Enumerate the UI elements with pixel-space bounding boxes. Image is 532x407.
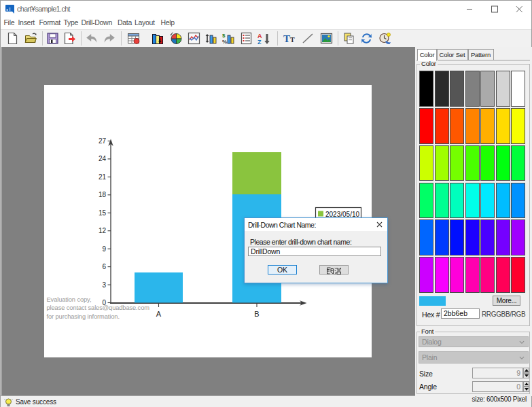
svg-text:3: 3 bbox=[102, 281, 106, 289]
svg-text:24: 24 bbox=[99, 155, 107, 162]
svg-text:9: 9 bbox=[102, 245, 106, 253]
svg-text:27: 27 bbox=[99, 137, 107, 145]
svg-text:2023/05/10: 2023/05/10 bbox=[325, 211, 359, 218]
svg-text:15: 15 bbox=[99, 209, 107, 217]
svg-text:Evaluation copy,: Evaluation copy, bbox=[47, 296, 92, 303]
svg-text:6: 6 bbox=[102, 263, 106, 270]
svg-text:12: 12 bbox=[99, 227, 107, 234]
svg-text:for purchasing information.: for purchasing information. bbox=[47, 313, 120, 320]
svg-text:18: 18 bbox=[99, 191, 107, 198]
svg-text:$: $ bbox=[222, 33, 226, 39]
svg-text:please contact sales@quadbase.: please contact sales@quadbase.com bbox=[47, 304, 150, 311]
svg-text:A: A bbox=[156, 310, 162, 318]
svg-text:T: T bbox=[290, 36, 295, 43]
svg-text:21: 21 bbox=[99, 173, 107, 181]
svg-text:Z: Z bbox=[258, 39, 262, 46]
svg-text:T: T bbox=[283, 33, 290, 44]
svg-text:%: % bbox=[222, 39, 227, 45]
svg-text:B: B bbox=[254, 310, 259, 318]
